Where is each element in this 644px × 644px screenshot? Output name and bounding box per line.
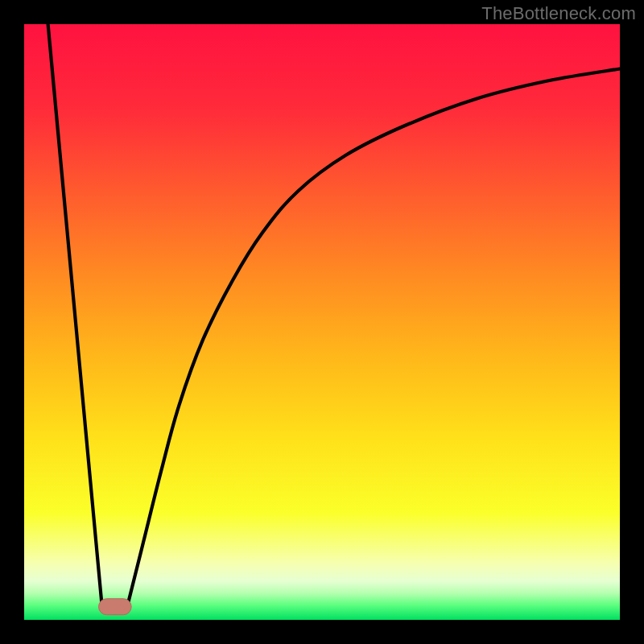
plot-background	[24, 24, 620, 620]
chart-svg	[0, 0, 644, 644]
watermark-label: TheBottleneck.com	[481, 3, 636, 24]
chart-stage: TheBottleneck.com	[0, 0, 644, 644]
optimal-marker	[99, 599, 132, 615]
